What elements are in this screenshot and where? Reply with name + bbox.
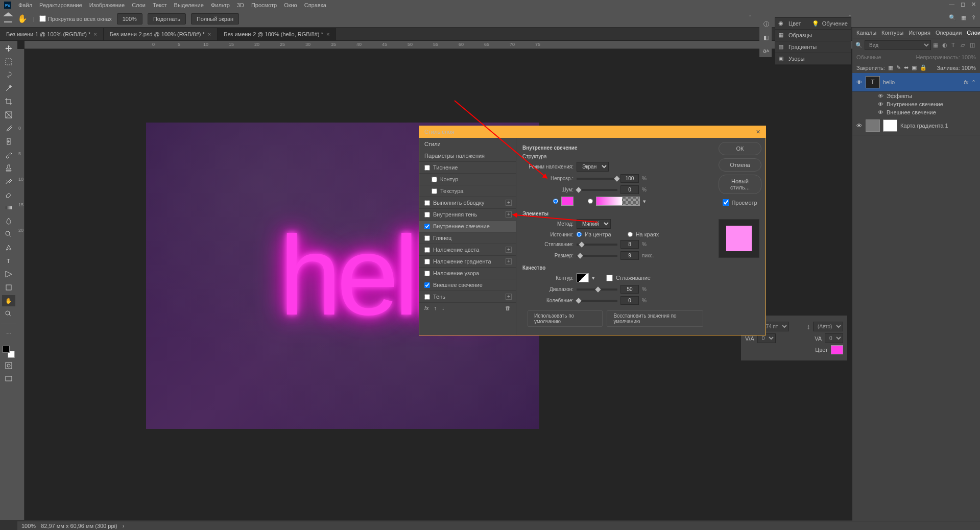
- zoom-status[interactable]: 100%: [21, 523, 36, 529]
- wand-tool[interactable]: [2, 83, 15, 94]
- tab-2[interactable]: Без имени-2.psd @ 100% (RGB/8#) *×: [104, 28, 218, 40]
- jitter-slider[interactable]: [577, 300, 617, 302]
- history-brush-tool[interactable]: [2, 176, 15, 187]
- cancel-button[interactable]: Отмена: [719, 158, 761, 172]
- plus-icon[interactable]: +: [506, 211, 512, 218]
- patterns2-panel-item[interactable]: ▣Узоры: [775, 53, 851, 65]
- close-icon[interactable]: ✕: [756, 129, 760, 135]
- text-color-swatch[interactable]: [831, 345, 843, 354]
- down-icon[interactable]: ↓: [442, 305, 445, 311]
- trash-icon[interactable]: 🗑: [505, 305, 511, 311]
- size-slider[interactable]: [577, 255, 617, 257]
- opacity-input[interactable]: [620, 174, 639, 183]
- fg-bg-colors[interactable]: [3, 346, 15, 358]
- size-input[interactable]: [620, 251, 639, 260]
- menu-filter[interactable]: Фильтр: [211, 2, 230, 8]
- close-icon[interactable]: ×: [326, 31, 329, 37]
- menu-select[interactable]: Выделение: [174, 2, 204, 8]
- gradient-radio[interactable]: [588, 199, 593, 204]
- lock-icon[interactable]: ▦: [888, 64, 893, 71]
- filter-shape-icon[interactable]: ▱: [961, 42, 968, 49]
- style-inner-glow[interactable]: Внутреннее свечение: [419, 221, 516, 232]
- visibility-icon[interactable]: 👁: [856, 79, 863, 85]
- lock-icon[interactable]: ▣: [912, 64, 917, 71]
- doc-info[interactable]: 82,97 мм x 60,96 мм (300 ppi): [41, 523, 117, 529]
- zoom-value[interactable]: 100%: [117, 13, 142, 25]
- share-icon[interactable]: ⇪: [971, 14, 976, 21]
- gradient-tool[interactable]: [2, 202, 15, 213]
- style-drop-shadow[interactable]: Тень+: [419, 291, 516, 303]
- minimize-icon[interactable]: —: [949, 1, 954, 8]
- tab-3[interactable]: Без имени-2 @ 100% (hello, RGB/8#) *×: [218, 28, 336, 40]
- tab-actions[interactable]: Операции: [936, 30, 962, 36]
- collapse-icon[interactable]: »: [749, 13, 751, 18]
- patterns-panel-item[interactable]: ▦Образцы: [775, 30, 851, 41]
- contour-picker[interactable]: [577, 273, 589, 282]
- blend-mode-select[interactable]: Обычные: [856, 54, 881, 60]
- style-pattern-overlay[interactable]: Наложение узора: [419, 268, 516, 279]
- close-icon[interactable]: ×: [208, 31, 211, 37]
- visibility-icon[interactable]: 👁: [856, 123, 863, 129]
- tab-layers[interactable]: Слои: [967, 30, 980, 36]
- tab-1[interactable]: Без имени-1 @ 100% (RGB/8#) *×: [0, 28, 104, 40]
- layer-filter-kind[interactable]: Вид: [865, 40, 931, 50]
- new-style-button[interactable]: Новый стиль...: [719, 175, 761, 194]
- range-input[interactable]: [620, 285, 639, 294]
- style-gradient-overlay[interactable]: Наложение градиента+: [419, 256, 516, 268]
- brush-tool[interactable]: [2, 149, 15, 160]
- tab-channels[interactable]: Каналы: [856, 30, 876, 36]
- menu-file[interactable]: Файл: [18, 2, 32, 8]
- character-icon[interactable]: aA: [761, 46, 771, 55]
- maximize-icon[interactable]: ◻: [961, 1, 965, 8]
- filter-adjust-icon[interactable]: ◐: [942, 42, 949, 49]
- menu-3d[interactable]: 3D: [237, 2, 244, 8]
- antialias-check[interactable]: [606, 275, 613, 281]
- lock-icon[interactable]: ⬌: [904, 64, 909, 71]
- style-inner-shadow[interactable]: Внутренняя тень+: [419, 209, 516, 221]
- fx-icon[interactable]: fx: [424, 305, 429, 311]
- blend-options[interactable]: Параметры наложения: [419, 150, 516, 162]
- style-outer-glow[interactable]: Внешнее свечение: [419, 279, 516, 291]
- hand-tool-icon[interactable]: ✋: [17, 14, 28, 23]
- home-icon[interactable]: [4, 15, 12, 22]
- lock-icon[interactable]: 🔒: [920, 64, 927, 71]
- workspace-icon[interactable]: ▦: [961, 14, 966, 21]
- tracking-select[interactable]: 0: [825, 333, 843, 343]
- glow-gradient-swatch[interactable]: [596, 197, 640, 206]
- ok-button[interactable]: ОК: [719, 142, 761, 155]
- menu-edit[interactable]: Редактирование: [39, 2, 82, 8]
- style-texture[interactable]: Текстура: [419, 185, 516, 197]
- source-center-radio[interactable]: [577, 232, 582, 237]
- dodge-tool[interactable]: [2, 229, 15, 240]
- menu-help[interactable]: Справка: [304, 2, 326, 8]
- hand-tool[interactable]: ✋: [2, 295, 15, 306]
- make-default-button[interactable]: Использовать по умолчанию: [528, 310, 603, 327]
- gradients-panel-item[interactable]: ▤Градиенты: [775, 41, 851, 53]
- tab-paths[interactable]: Контуры: [881, 30, 903, 36]
- chevron-down-icon[interactable]: ▾: [592, 275, 595, 281]
- color-panel-item[interactable]: ◉Цвет💡Обучение: [775, 18, 851, 30]
- chevron-right-icon[interactable]: ›: [123, 523, 125, 529]
- zoom-tool[interactable]: [2, 308, 15, 320]
- effect-outer-glow[interactable]: Внешнее свечение: [887, 109, 936, 115]
- menu-image[interactable]: Изображение: [89, 2, 125, 8]
- menu-text[interactable]: Текст: [153, 2, 167, 8]
- move-tool[interactable]: [2, 43, 15, 54]
- style-color-overlay[interactable]: Наложение цвета+: [419, 244, 516, 256]
- choke-input[interactable]: [620, 240, 639, 249]
- plus-icon[interactable]: +: [506, 294, 512, 300]
- plus-icon[interactable]: +: [506, 200, 512, 206]
- glow-color-swatch[interactable]: [561, 197, 573, 206]
- tab-history[interactable]: История: [909, 30, 930, 36]
- search-icon[interactable]: 🔍: [949, 14, 956, 21]
- layer-hello[interactable]: 👁 T hello fx ⌃: [852, 73, 980, 92]
- path-tool[interactable]: [2, 269, 15, 280]
- style-stroke[interactable]: Выполнить обводку+: [419, 197, 516, 209]
- marquee-tool[interactable]: [2, 56, 15, 67]
- fit-button[interactable]: Подогнать: [148, 13, 186, 25]
- menu-window[interactable]: Окно: [284, 2, 297, 8]
- plus-icon[interactable]: +: [506, 258, 512, 264]
- close-icon[interactable]: ×: [93, 31, 97, 37]
- chevron-down-icon[interactable]: ▾: [643, 198, 646, 205]
- properties-icon[interactable]: ◧: [761, 33, 771, 42]
